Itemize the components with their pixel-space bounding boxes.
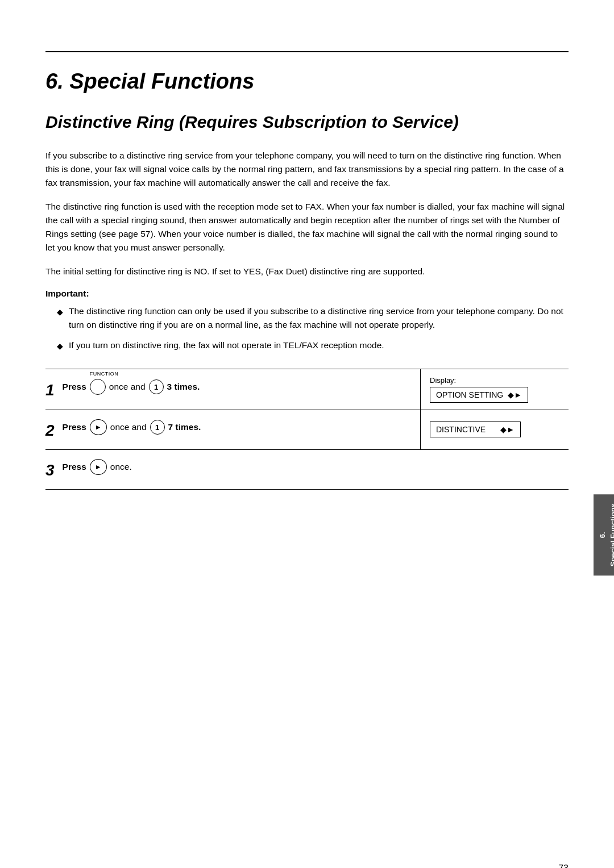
sidebar-tab: 6. Special Functions <box>594 494 614 575</box>
step-1-display-container: Display: OPTION SETTING ◆► <box>430 376 528 403</box>
step-1-display-text: OPTION SETTING <box>436 390 503 399</box>
page-number: 73 <box>558 863 569 868</box>
important-label: Important: <box>45 289 569 299</box>
section-title: Distinctive Ring (Requires Subscription … <box>45 111 569 133</box>
function-label: FUNCTION <box>90 371 119 377</box>
bullet-item-1: ◆ The distinctive ring function can only… <box>57 304 569 332</box>
bullet-text-1: The distinctive ring function can only b… <box>69 304 569 332</box>
step-1-times: 3 times. <box>167 382 200 392</box>
top-rule <box>45 51 569 52</box>
step-3-arrow-button[interactable]: ► <box>90 459 107 475</box>
step-number-2: 2 <box>45 422 55 440</box>
step-2-display-container: DISTINCTIVE ◆► <box>430 422 521 437</box>
bullet-list: ◆ The distinctive ring function can only… <box>57 304 569 353</box>
step-2-left: 2 Press ► once and 1 7 times. <box>45 410 421 449</box>
step-number-1: 1 <box>45 381 55 399</box>
function-button-wrapper: FUNCTION <box>90 379 106 395</box>
step-1-left: 1 Press FUNCTION once and 1 3 times. <box>45 369 421 410</box>
step-2-connector: once and <box>110 422 147 432</box>
step-2-right: DISTINCTIVE ◆► <box>421 410 569 449</box>
step-2-display-arrows: ◆► <box>496 425 515 434</box>
function-button[interactable] <box>90 379 106 395</box>
step-3-connector: once. <box>110 462 132 472</box>
step-2-num-button[interactable]: 1 <box>150 420 165 435</box>
step-row-1: 1 Press FUNCTION once and 1 3 times. <box>45 369 569 410</box>
bullet-diamond-2: ◆ <box>57 340 63 353</box>
step-2-display-text: DISTINCTIVE <box>436 425 491 434</box>
step-2-display-box: DISTINCTIVE ◆► <box>430 422 521 437</box>
step-3-left: 3 Press ► once. <box>45 450 421 489</box>
step-1-display-arrows: ◆► <box>508 390 522 399</box>
sidebar-tab-number: 6. <box>598 532 607 538</box>
chapter-title: 6. Special Functions <box>45 69 569 94</box>
step-1-display-box: OPTION SETTING ◆► <box>430 387 528 403</box>
content-area: 6. Special Functions Distinctive Ring (R… <box>0 69 614 490</box>
step-2-content: Press ► once and 1 7 times. <box>63 419 201 435</box>
step-row-3: 3 Press ► once. <box>45 450 569 490</box>
step-2-times: 7 times. <box>168 422 201 432</box>
step-1-content: Press FUNCTION once and 1 3 times. <box>63 379 200 395</box>
bullet-item-2: ◆ If you turn on distinctive ring, the f… <box>57 339 569 353</box>
step-2-press: Press <box>63 422 86 432</box>
step-1-num-button[interactable]: 1 <box>149 379 164 394</box>
step-3-right <box>421 450 569 489</box>
bullet-diamond-1: ◆ <box>57 306 63 319</box>
step-1-press: Press <box>63 382 86 392</box>
page: 6. Special Functions Distinctive Ring (R… <box>0 51 614 868</box>
step-1-connector: once and <box>109 382 146 392</box>
paragraph-1: If you subscribe to a distinctive ring s… <box>45 149 569 190</box>
step-number-3: 3 <box>45 461 55 479</box>
paragraph-3: The initial setting for distinctive ring… <box>45 265 569 278</box>
step-2-arrow-button[interactable]: ► <box>90 419 107 435</box>
paragraph-2: The distinctive ring function is used wi… <box>45 200 569 254</box>
steps-table: 1 Press FUNCTION once and 1 3 times. <box>45 369 569 490</box>
bullet-text-2: If you turn on distinctive ring, the fax… <box>69 339 384 352</box>
step-1-display-label: Display: <box>430 376 528 385</box>
step-3-content: Press ► once. <box>63 459 132 475</box>
step-row-2: 2 Press ► once and 1 7 times. DISTINC <box>45 410 569 450</box>
step-1-right: Display: OPTION SETTING ◆► <box>421 369 569 410</box>
sidebar-tab-label: Special Functions <box>609 503 614 566</box>
step-3-press: Press <box>63 462 86 472</box>
